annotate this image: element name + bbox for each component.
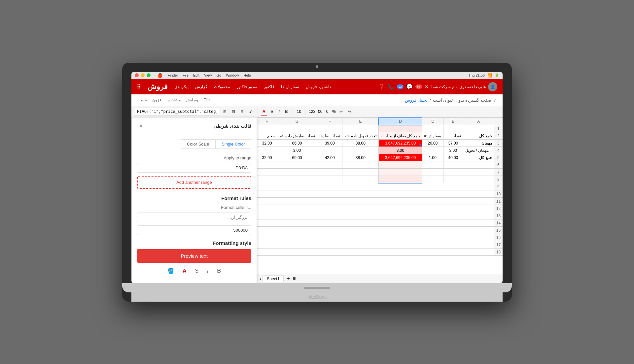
col-header-f[interactable]: F (317, 118, 342, 125)
add-sheet-icon[interactable]: + (286, 275, 290, 282)
nav-orders[interactable]: سفارش ها (281, 84, 299, 89)
cell-h4[interactable] (257, 147, 277, 154)
cell-f3[interactable]: 39.00 (317, 140, 342, 147)
cell-e2[interactable]: تعداد تحویل داده شد (342, 132, 379, 140)
cell-b6[interactable] (443, 161, 463, 169)
cell-d5[interactable]: 3,647,692,235.00 (379, 154, 422, 161)
apps-icon[interactable]: ⠿ (137, 83, 141, 90)
formula-bar[interactable] (134, 108, 220, 116)
menu-edit[interactable]: Edit (193, 73, 199, 77)
cell-d4[interactable]: 3.00 (379, 147, 422, 154)
font-color-button[interactable]: A (181, 267, 188, 276)
cell-a4[interactable]: مهمان / تحویل (463, 147, 494, 154)
cell-c7[interactable] (422, 169, 443, 176)
cell-c4[interactable] (422, 147, 443, 154)
breadcrumb-home[interactable]: تحلیل فروش (405, 98, 428, 103)
cell-c3[interactable]: 20.00 (422, 140, 443, 147)
nav-products[interactable]: محصولات (214, 84, 230, 89)
toolbar-italic[interactable]: I (277, 108, 282, 116)
minimize-dot[interactable] (141, 73, 145, 77)
toolbar-strikethrough[interactable]: S (269, 108, 275, 116)
cell-empty-18[interactable] (257, 248, 494, 256)
cell-b3[interactable]: 37.00 (443, 140, 463, 147)
cell-g7[interactable] (277, 169, 317, 176)
cell-f5[interactable]: 42.00 (317, 154, 342, 161)
cell-d2[interactable]: جمع کل معاف از مالیات (379, 132, 422, 140)
italic-button[interactable]: I (206, 267, 210, 276)
cell-c8[interactable] (422, 176, 443, 183)
cell-h7[interactable] (257, 169, 277, 176)
col-header-c[interactable]: C (422, 118, 443, 125)
fill-color-button[interactable]: 🪣 (166, 267, 175, 276)
cell-empty-15[interactable] (257, 227, 494, 234)
cell-f2[interactable]: تعداد سطرها (317, 132, 342, 140)
cell-empty-14[interactable] (257, 219, 494, 227)
menu-file-app[interactable]: File (203, 98, 210, 102)
sheet-tab-1[interactable]: Sheet1 (263, 275, 284, 282)
add-range-button[interactable]: Add another range (137, 176, 251, 189)
col-header-h[interactable]: H (257, 118, 277, 125)
cell-b7[interactable] (443, 169, 463, 176)
cell-empty-12[interactable] (257, 205, 494, 212)
close-icon[interactable]: ✕ (425, 84, 429, 89)
menu-finder[interactable]: Finder (168, 73, 178, 77)
cell-f4[interactable] (317, 147, 342, 154)
nav-report[interactable]: گزارش (195, 84, 207, 89)
col-header-b[interactable]: B (443, 118, 463, 125)
cell-a1[interactable] (463, 125, 494, 132)
cell-h5[interactable]: 32.00 (257, 154, 277, 161)
cell-h3[interactable]: 32.00 (257, 140, 277, 147)
cf-close-button[interactable]: × (137, 122, 145, 130)
cell-f1[interactable] (317, 125, 342, 132)
value-input[interactable] (137, 225, 251, 235)
cell-h2[interactable]: حجم (257, 132, 277, 140)
strikethrough-button[interactable]: S (194, 267, 200, 276)
col-header-e[interactable]: E (342, 118, 379, 125)
menu-view[interactable]: View (204, 73, 212, 77)
nav-config[interactable]: پیکربندی (174, 84, 189, 89)
toolbar-grid-icon[interactable]: ⊞ (221, 108, 229, 116)
star-icon[interactable]: ☆ (493, 98, 497, 103)
cell-e3[interactable]: 38.00 (342, 140, 379, 147)
menu-window[interactable]: Window (226, 73, 239, 77)
cell-d1[interactable] (379, 125, 422, 132)
toolbar-font-color[interactable]: A (261, 108, 267, 116)
cell-g8[interactable] (277, 176, 317, 183)
cell-empty-11[interactable] (257, 198, 494, 205)
cell-f8[interactable] (317, 176, 342, 183)
cell-b1[interactable] (443, 125, 463, 132)
toolbar-bold[interactable]: B (283, 108, 290, 116)
cell-d8[interactable] (379, 176, 422, 183)
cell-e8[interactable] (342, 176, 379, 183)
cell-f7[interactable] (317, 169, 342, 176)
cell-empty-10[interactable] (257, 190, 494, 198)
col-header-a[interactable]: A (463, 118, 494, 125)
menu-go[interactable]: Go (217, 73, 222, 77)
cell-d6[interactable] (379, 161, 422, 169)
cell-h8[interactable] (257, 176, 277, 183)
cell-d3[interactable]: 3,647,692,235.00 (379, 140, 422, 147)
cell-d7[interactable] (379, 169, 422, 176)
menu-file[interactable]: File (183, 73, 189, 77)
toolbar-merge-icon[interactable]: ⊟ (230, 108, 237, 116)
cell-a8[interactable] (463, 176, 494, 183)
cell-empty-16[interactable] (257, 234, 494, 241)
cell-g5[interactable]: 69.00 (277, 154, 317, 161)
nav-issue-invoice[interactable]: صدور فاکتور (236, 84, 257, 89)
toolbar-undo-icon[interactable]: ↩ (337, 108, 345, 116)
cell-a2[interactable]: جمع کل (463, 132, 494, 140)
cell-h1[interactable] (257, 125, 277, 132)
cell-a3[interactable]: مهمان (463, 140, 494, 147)
cell-c5[interactable]: 1.00 (422, 154, 443, 161)
cell-b8[interactable] (443, 176, 463, 183)
cell-c2[interactable]: سفارش # (422, 132, 443, 140)
single-color-button[interactable]: Single Color (215, 139, 251, 149)
menu-edit-app[interactable]: ویرایش (186, 98, 198, 102)
cell-b2[interactable]: تعداد (443, 132, 463, 140)
cell-f6[interactable] (317, 161, 342, 169)
phone-icon[interactable]: 📞 (388, 83, 394, 90)
cell-g1[interactable] (277, 125, 317, 132)
cell-a7[interactable] (463, 169, 494, 176)
cell-b5[interactable]: 40.00 (443, 154, 463, 161)
cell-c1[interactable] (422, 125, 443, 132)
